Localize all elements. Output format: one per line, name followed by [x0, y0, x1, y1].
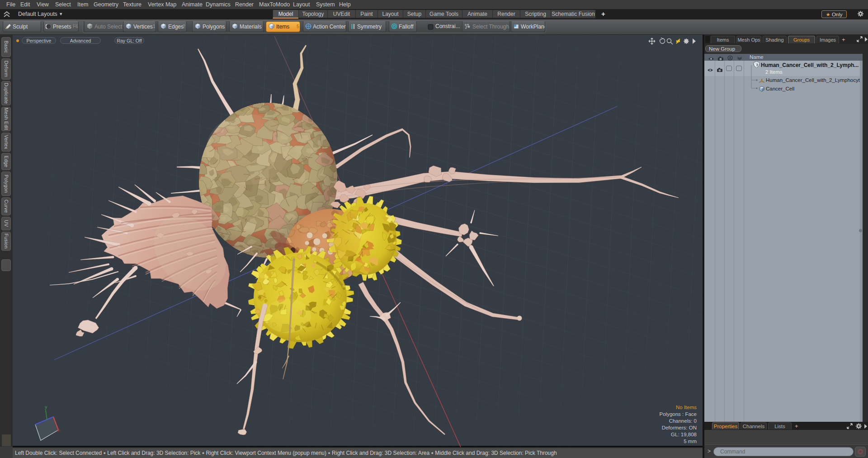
svg-text:No Items: No Items: [676, 405, 697, 410]
svg-text:y: y: [45, 404, 47, 410]
svg-text:Deformers: ON: Deformers: ON: [662, 425, 697, 430]
svg-text:Channels: 0: Channels: 0: [669, 418, 697, 424]
svg-text:GL: 19,808: GL: 19,808: [671, 432, 697, 437]
svg-text:Polygons : Face: Polygons : Face: [660, 411, 697, 417]
svg-text:5 mm: 5 mm: [684, 439, 697, 444]
